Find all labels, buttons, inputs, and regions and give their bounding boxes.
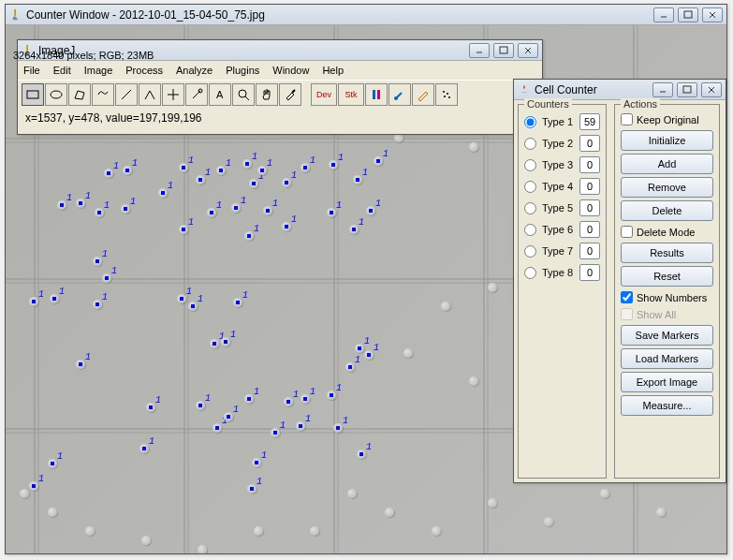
count-marker[interactable] xyxy=(273,431,277,435)
count-marker[interactable] xyxy=(336,426,340,430)
menu-help[interactable]: Help xyxy=(322,65,344,76)
count-marker[interactable] xyxy=(191,304,195,308)
count-marker[interactable] xyxy=(32,484,36,488)
point-tool[interactable] xyxy=(162,83,184,106)
count-marker[interactable] xyxy=(125,169,129,172)
count-marker[interactable] xyxy=(52,297,56,301)
count-marker[interactable] xyxy=(210,211,213,214)
count-marker[interactable] xyxy=(356,178,359,182)
menu-image[interactable]: Image xyxy=(84,65,113,76)
counter-radio[interactable] xyxy=(524,202,536,214)
count-marker[interactable] xyxy=(142,447,146,450)
count-marker[interactable] xyxy=(198,178,202,182)
stk-tool[interactable]: Stk xyxy=(338,83,364,106)
delete-mode-checkbox[interactable]: Delete Mode xyxy=(621,226,713,238)
count-marker[interactable] xyxy=(182,166,185,169)
rectangle-tool[interactable] xyxy=(22,83,44,106)
close-button[interactable] xyxy=(702,7,723,22)
dropper-tool[interactable] xyxy=(279,83,301,106)
count-marker[interactable] xyxy=(95,259,99,263)
count-marker[interactable] xyxy=(79,201,82,205)
counter-type-row[interactable]: Type 1 59 xyxy=(524,113,600,130)
show-all-checkbox[interactable]: Show All xyxy=(621,308,713,320)
angle-tool[interactable] xyxy=(139,83,161,106)
count-marker[interactable] xyxy=(79,362,82,366)
count-marker[interactable] xyxy=(352,228,356,231)
count-marker[interactable] xyxy=(215,426,219,430)
count-marker[interactable] xyxy=(107,171,110,175)
menu-plugins[interactable]: Plugins xyxy=(226,65,259,76)
count-marker[interactable] xyxy=(255,461,258,464)
counter-type-row[interactable]: Type 7 0 xyxy=(524,243,600,259)
polygon-tool[interactable] xyxy=(68,83,91,106)
oval-tool[interactable] xyxy=(45,83,67,106)
count-marker[interactable] xyxy=(260,169,264,172)
count-marker[interactable] xyxy=(32,300,36,303)
count-marker[interactable] xyxy=(224,340,227,344)
count-marker[interactable] xyxy=(227,415,230,419)
measure-button[interactable]: Measure... xyxy=(621,395,713,416)
menu-file[interactable]: File xyxy=(23,65,40,76)
count-marker[interactable] xyxy=(303,397,307,401)
spray-tool[interactable] xyxy=(435,83,458,106)
minimize-button[interactable] xyxy=(469,43,490,58)
counter-radio[interactable] xyxy=(524,224,536,236)
count-marker[interactable] xyxy=(348,365,352,369)
count-marker[interactable] xyxy=(250,487,254,491)
count-marker[interactable] xyxy=(95,302,99,306)
count-marker[interactable] xyxy=(60,203,64,207)
counter-type-row[interactable]: Type 6 0 xyxy=(524,221,600,238)
lut-tool[interactable] xyxy=(365,83,388,106)
wand-tool[interactable] xyxy=(185,83,208,106)
count-marker[interactable] xyxy=(376,159,380,163)
count-marker[interactable] xyxy=(367,353,371,357)
maximize-button[interactable] xyxy=(493,43,514,58)
count-marker[interactable] xyxy=(247,234,251,238)
reset-button[interactable]: Reset xyxy=(621,266,713,287)
zoom-tool[interactable] xyxy=(232,83,255,106)
count-marker[interactable] xyxy=(236,301,240,304)
count-marker[interactable] xyxy=(358,346,361,350)
menu-edit[interactable]: Edit xyxy=(53,65,71,76)
close-button[interactable] xyxy=(701,82,722,97)
counter-radio[interactable] xyxy=(524,116,536,128)
text-tool[interactable]: A xyxy=(209,83,231,106)
load-markers-button[interactable]: Load Markers xyxy=(621,348,713,369)
count-marker[interactable] xyxy=(180,297,183,301)
count-marker[interactable] xyxy=(161,191,165,195)
add-button[interactable]: Add xyxy=(621,154,713,174)
count-marker[interactable] xyxy=(149,405,153,409)
count-marker[interactable] xyxy=(213,342,216,346)
results-button[interactable]: Results xyxy=(621,243,713,263)
counter-radio[interactable] xyxy=(524,138,536,150)
pencil-tool[interactable] xyxy=(412,83,434,106)
cellcounter-titlebar[interactable]: Cell Counter xyxy=(514,80,726,100)
close-button[interactable] xyxy=(518,43,538,58)
export-image-button[interactable]: Export Image xyxy=(621,372,713,392)
line-tool[interactable] xyxy=(115,83,138,106)
initialize-button[interactable]: Initialize xyxy=(621,130,713,151)
save-markers-button[interactable]: Save Markers xyxy=(621,325,713,346)
counter-radio[interactable] xyxy=(524,245,536,258)
minimize-button[interactable] xyxy=(653,7,674,22)
count-marker[interactable] xyxy=(286,400,290,404)
count-marker[interactable] xyxy=(182,228,185,231)
brush-tool[interactable] xyxy=(388,83,411,106)
count-marker[interactable] xyxy=(51,462,54,465)
count-marker[interactable] xyxy=(330,393,333,397)
counter-type-row[interactable]: Type 5 0 xyxy=(524,199,600,216)
freehand-tool[interactable] xyxy=(92,83,114,106)
counter-type-row[interactable]: Type 4 0 xyxy=(524,178,600,195)
count-marker[interactable] xyxy=(299,424,302,428)
count-marker[interactable] xyxy=(359,452,363,456)
counter-radio[interactable] xyxy=(524,267,536,279)
count-marker[interactable] xyxy=(369,209,373,213)
count-marker[interactable] xyxy=(97,211,101,214)
maximize-button[interactable] xyxy=(677,82,697,97)
dev-tool[interactable]: Dev xyxy=(311,83,337,106)
counter-radio[interactable] xyxy=(524,159,536,171)
counter-type-row[interactable]: Type 3 0 xyxy=(524,156,600,173)
count-marker[interactable] xyxy=(247,397,251,401)
count-marker[interactable] xyxy=(219,169,223,172)
counter-type-row[interactable]: Type 8 0 xyxy=(524,264,600,281)
